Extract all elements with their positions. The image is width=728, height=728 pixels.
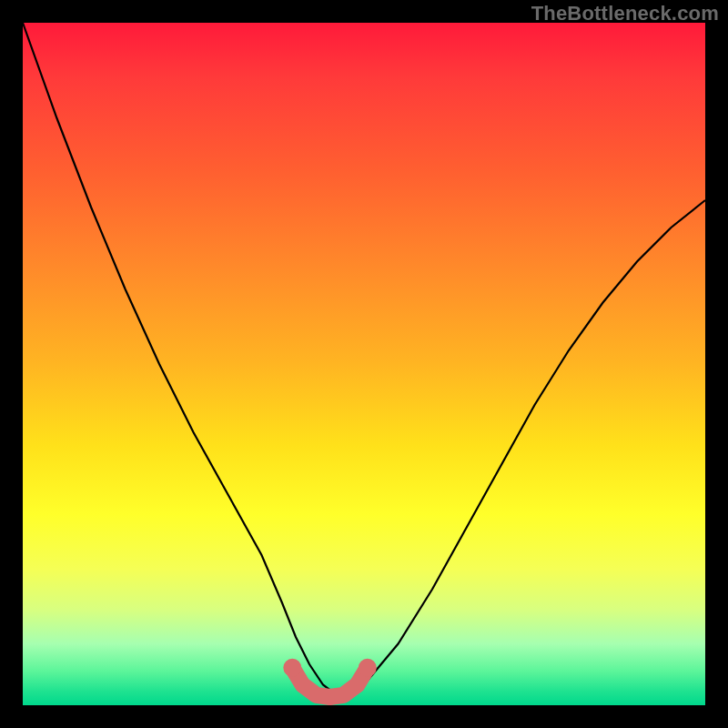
- bottleneck-curve-path: [23, 23, 705, 695]
- chart-stage: TheBottleneck.com: [0, 0, 728, 728]
- bottom-marker-path: [292, 668, 368, 697]
- curve-svg: [23, 23, 705, 705]
- bottom-marker-dot: [283, 659, 301, 677]
- bottom-marker-group: [283, 659, 377, 697]
- bottom-marker-dot: [359, 659, 377, 677]
- plot-area: [23, 23, 705, 705]
